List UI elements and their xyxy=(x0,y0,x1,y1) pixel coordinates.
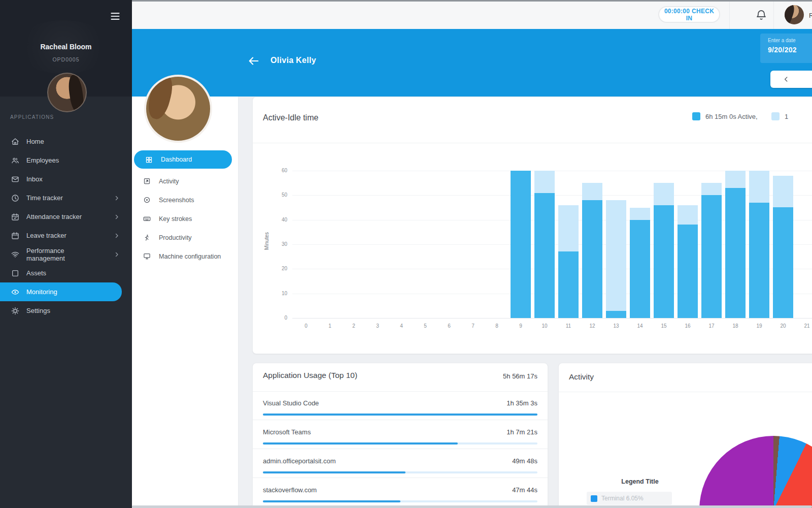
usage-row-admin-officeportalsit-com: admin.officeportalsit.com49m 48s xyxy=(253,449,548,478)
active-segment xyxy=(606,311,626,319)
sidebar-item-home[interactable]: Home xyxy=(0,132,132,151)
current-user-avatar[interactable] xyxy=(785,5,804,24)
clock-icon xyxy=(11,194,19,202)
profile-header: Olivia Kelly Enter a date 9/20/202 xyxy=(132,29,812,97)
sidebar-user-name: Racheal Bloom xyxy=(0,43,132,51)
tab-label: Productivity xyxy=(159,234,192,241)
idle-segment xyxy=(773,176,793,208)
legend-item: 6h 15m 0s Active, xyxy=(692,112,758,120)
sidebar-item-monitoring[interactable]: Monitoring xyxy=(0,282,122,301)
main-sidebar: Racheal Bloom OPD0005 APPLICATIONS HomeE… xyxy=(0,0,132,508)
y-tick-label: 30 xyxy=(267,241,287,247)
x-tick-label: 10 xyxy=(537,323,552,329)
usage-app-name: admin.officeportalsit.com xyxy=(263,457,336,465)
y-tick-label: 60 xyxy=(267,168,287,173)
y-tick-label: 0 xyxy=(267,315,287,321)
sidebar-item-label: Attendance tracker xyxy=(26,213,103,220)
tab-machine-configuration[interactable]: Machine configuration xyxy=(132,247,239,266)
pie-legend-title: Legend Title xyxy=(589,478,691,485)
sidebar-item-attendance-tracker[interactable]: Attendance tracker xyxy=(0,207,132,226)
gear-icon xyxy=(11,307,19,315)
sidebar-item-label: Assets xyxy=(26,269,132,277)
legend-label: 6h 15m 0s Active, xyxy=(705,113,758,120)
idle-segment xyxy=(630,208,650,220)
x-tick-label: 21 xyxy=(799,323,812,329)
tab-dashboard[interactable]: Dashboard xyxy=(134,150,232,169)
idle-segment xyxy=(582,183,602,200)
back-arrow-icon[interactable] xyxy=(247,55,260,67)
usage-app-name: Microsoft Teams xyxy=(263,428,311,436)
horizontal-scrollbar[interactable] xyxy=(132,505,812,508)
chevron-right-icon xyxy=(114,233,120,239)
sidebar-user-avatar[interactable] xyxy=(47,73,87,112)
activity-title: Activity xyxy=(569,372,594,382)
grid-icon xyxy=(145,156,153,164)
active-segment xyxy=(630,220,650,318)
sidebar-item-assets[interactable]: Assets xyxy=(0,264,132,282)
active-idle-card: Active-Idle time 6h 15m 0s Active,1 Minu… xyxy=(252,97,812,354)
sidebar-employee-id: OPD0005 xyxy=(0,56,132,62)
chevron-right-icon xyxy=(114,251,120,258)
tab-activity[interactable]: Activity xyxy=(132,172,239,190)
pie-legend-label: Terminal 6.05% xyxy=(601,495,644,502)
bar-hour-11 xyxy=(558,205,579,318)
hamburger-menu-icon[interactable] xyxy=(109,11,122,21)
calendar-check-icon xyxy=(11,213,19,221)
chevron-right-icon xyxy=(114,214,120,220)
tab-label: Activity xyxy=(159,178,179,185)
check-in-button[interactable]: 00:00:00 CHECK IN xyxy=(658,6,720,23)
chevron-right-icon xyxy=(114,195,120,201)
bar-hour-15 xyxy=(654,183,674,318)
bell-icon[interactable] xyxy=(755,9,767,22)
active-segment xyxy=(701,195,722,318)
pie-legend-item[interactable]: Terminal 6.05% xyxy=(587,492,672,505)
square-icon xyxy=(11,269,19,277)
x-tick-label: 14 xyxy=(632,323,648,329)
activity-box-icon xyxy=(143,177,151,185)
sidebar-item-leave-tracker[interactable]: Leave tracker xyxy=(0,226,132,245)
sidebar-item-settings[interactable]: Settings xyxy=(0,301,132,320)
bar-hour-12 xyxy=(582,183,602,318)
usage-row-stackoverflow-com: stackoverflow.com47m 44s xyxy=(253,478,548,507)
legend-label: 1 xyxy=(785,113,788,120)
bar-hour-17 xyxy=(701,183,722,318)
bar-hour-10 xyxy=(534,171,555,318)
usage-progress-fill xyxy=(263,500,400,502)
sidebar-item-label: Leave tracker xyxy=(26,232,103,239)
tab-screenshots[interactable]: Screenshots xyxy=(132,190,239,209)
legend-item: 1 xyxy=(771,112,788,120)
x-tick-label: 12 xyxy=(585,323,600,329)
pie-legend-swatch xyxy=(591,495,597,502)
legend-swatch xyxy=(771,112,780,120)
x-tick-label: 13 xyxy=(608,323,624,329)
sidebar-item-time-tracker[interactable]: Time tracker xyxy=(0,188,132,207)
active-segment xyxy=(654,205,674,318)
sidebar-section-label: APPLICATIONS xyxy=(10,114,54,120)
usage-app-time: 1h 7m 21s xyxy=(506,428,537,436)
active-segment xyxy=(749,203,769,318)
sidebar-item-employees[interactable]: Employees xyxy=(0,151,132,170)
x-tick-label: 3 xyxy=(370,323,385,329)
x-tick-label: 11 xyxy=(561,323,576,329)
idle-segment xyxy=(749,171,769,203)
active-idle-title: Active-Idle time xyxy=(263,113,318,122)
date-picker-input[interactable]: Enter a date 9/20/202 xyxy=(760,34,812,63)
tab-productivity[interactable]: Productivity xyxy=(132,228,239,247)
usage-progress-track xyxy=(263,471,537,473)
sidebar-item-inbox[interactable]: Inbox xyxy=(0,170,132,188)
activity-pie-chart xyxy=(699,436,812,508)
x-tick-label: 8 xyxy=(489,323,504,329)
tab-label: Key strokes xyxy=(159,215,192,223)
bar-hour-19 xyxy=(749,171,769,318)
x-tick-label: 17 xyxy=(704,323,719,329)
sidebar-item-label: Home xyxy=(26,138,132,145)
previous-day-button[interactable] xyxy=(770,71,812,88)
tab-label: Machine configuration xyxy=(159,253,221,260)
x-tick-label: 0 xyxy=(298,323,314,329)
application-usage-total: 5h 56m 17s xyxy=(503,372,537,380)
idle-segment xyxy=(606,200,626,311)
tab-key-strokes[interactable]: Key strokes xyxy=(132,209,239,228)
x-tick-label: 7 xyxy=(465,323,481,329)
wifi-icon xyxy=(11,250,19,259)
sidebar-item-performance-management[interactable]: Performance management xyxy=(0,245,132,264)
